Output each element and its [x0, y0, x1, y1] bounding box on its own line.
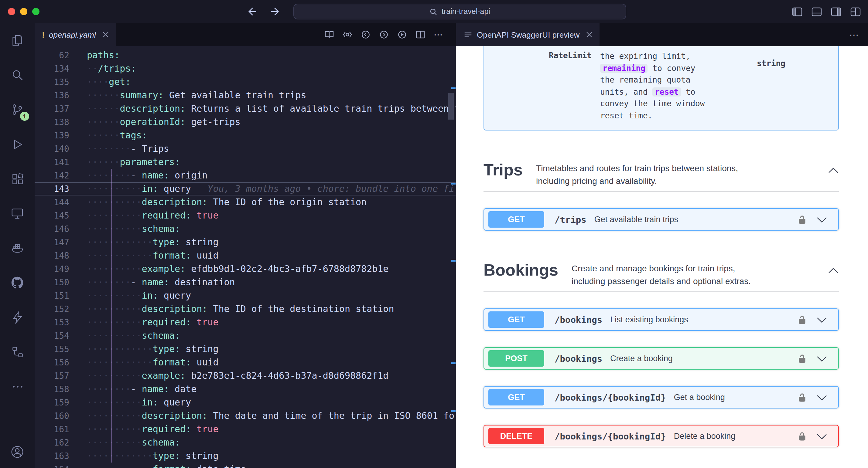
- code-line[interactable]: 135····get:: [35, 75, 456, 89]
- auth-lock-icon[interactable]: [798, 315, 807, 325]
- code-line[interactable]: 152··········description: The ID of the …: [35, 302, 456, 315]
- operation-path: /trips: [555, 214, 586, 224]
- more-actions-icon[interactable]: ⋯: [849, 23, 868, 46]
- expand-chevron-icon[interactable]: [816, 392, 827, 403]
- line-number: 153: [35, 315, 82, 329]
- code-line[interactable]: 137······description: Returns a list of …: [35, 102, 456, 115]
- account-icon[interactable]: [0, 435, 35, 468]
- auth-lock-icon[interactable]: [798, 354, 807, 363]
- zoom-window-icon[interactable]: [32, 8, 39, 15]
- operation-summary: Create a booking: [610, 354, 673, 363]
- close-tab-icon[interactable]: [586, 32, 592, 38]
- code-line[interactable]: 144··········description: The ID of the …: [35, 196, 456, 209]
- code-line[interactable]: 136······summary: Get available train tr…: [35, 89, 456, 102]
- operation-row[interactable]: GET/bookings/{bookingId}Get a booking: [484, 386, 839, 408]
- code-line[interactable]: 158········- name: date: [35, 382, 456, 396]
- code-line[interactable]: 161··········required: true: [35, 423, 456, 436]
- operation-row[interactable]: GET/tripsGet available train trips: [484, 208, 839, 231]
- code-line[interactable]: 160··········description: The date and t…: [35, 409, 456, 423]
- code-line[interactable]: 155············type: string: [35, 342, 456, 356]
- previous-change-icon[interactable]: [361, 30, 371, 39]
- line-number: 161: [35, 423, 82, 436]
- list-icon: [463, 30, 472, 39]
- code-line[interactable]: 151··········in: query: [35, 289, 456, 302]
- code-line[interactable]: 134··/trips:: [35, 62, 456, 75]
- toggle-sidebar-icon[interactable]: [792, 7, 802, 16]
- expand-chevron-icon[interactable]: [816, 431, 827, 442]
- hierarchy-icon[interactable]: [0, 334, 35, 369]
- tag-sections: TripsTimetables and routes for train tri…: [484, 149, 839, 447]
- thunder-client-icon[interactable]: [0, 300, 35, 334]
- tab-swagger-preview[interactable]: OpenAPI SwaggerUI preview: [456, 23, 599, 46]
- code-line[interactable]: 153··········required: true: [35, 315, 456, 329]
- code-line[interactable]: 139······tags:: [35, 129, 456, 142]
- run-debug-icon[interactable]: [0, 127, 35, 162]
- line-number: 137: [35, 102, 82, 115]
- collapse-chevron-icon[interactable]: [828, 161, 839, 176]
- code-line[interactable]: 162··········schema:: [35, 436, 456, 449]
- line-number: 147: [35, 236, 82, 249]
- open-preview-icon[interactable]: [324, 30, 334, 39]
- method-badge: DELETE: [488, 428, 544, 444]
- line-number: 162: [35, 436, 82, 449]
- code-line[interactable]: 138······operationId: get-trips: [35, 115, 456, 129]
- toggle-panel-icon[interactable]: [811, 7, 822, 16]
- code-line[interactable]: 62paths:: [35, 48, 456, 62]
- code-line[interactable]: 140········- Trips: [35, 142, 456, 156]
- code-line[interactable]: 154··········schema:: [35, 329, 456, 342]
- code-line[interactable]: 164············format: date-time: [35, 463, 456, 468]
- operation-row[interactable]: DELETE/bookings/{bookingId}Delete a book…: [484, 425, 839, 447]
- code-line[interactable]: 149··········example: efdbb9d1-02c2-4bc3…: [35, 262, 456, 275]
- tag-header[interactable]: BookingsCreate and manage bookings for t…: [484, 249, 839, 292]
- run-request-icon[interactable]: [397, 30, 407, 39]
- code-line[interactable]: 146··········schema:: [35, 222, 456, 236]
- code-line[interactable]: 150········- name: destination: [35, 275, 456, 289]
- extensions-icon[interactable]: [0, 162, 35, 196]
- expand-chevron-icon[interactable]: [816, 314, 827, 325]
- command-center[interactable]: train-travel-api: [293, 4, 626, 20]
- navigate-forward-icon[interactable]: [270, 7, 279, 16]
- toggle-secondary-sidebar-icon[interactable]: [831, 7, 841, 16]
- auth-lock-icon[interactable]: [798, 431, 807, 441]
- customize-layout-icon[interactable]: [850, 7, 861, 16]
- close-tab-icon[interactable]: [103, 32, 109, 38]
- code-line[interactable]: 143··········in: query You, 3 months ago…: [35, 182, 456, 196]
- operation-row[interactable]: GET/bookingsList existing bookings: [484, 308, 839, 331]
- collapse-chevron-icon[interactable]: [828, 261, 839, 276]
- code-editor[interactable]: 62paths:134··/trips:135····get:136······…: [35, 46, 456, 468]
- auth-lock-icon[interactable]: [798, 214, 807, 224]
- editor-scrollbar[interactable]: [448, 93, 454, 120]
- remote-explorer-icon[interactable]: [0, 196, 35, 231]
- explorer-icon[interactable]: [0, 23, 35, 58]
- split-editor-icon[interactable]: [415, 30, 425, 39]
- github-icon[interactable]: [0, 265, 35, 300]
- close-window-icon[interactable]: [8, 8, 15, 15]
- minimize-window-icon[interactable]: [20, 8, 27, 15]
- more-actions-icon[interactable]: ⋯: [434, 29, 443, 40]
- docker-icon[interactable]: [0, 231, 35, 265]
- next-change-icon[interactable]: [379, 30, 389, 39]
- tag-header[interactable]: TripsTimetables and routes for train tri…: [484, 149, 839, 192]
- more-views-icon[interactable]: [0, 369, 35, 404]
- code-line[interactable]: 145··········required: true: [35, 209, 456, 222]
- expand-chevron-icon[interactable]: [816, 214, 827, 225]
- navigate-back-icon[interactable]: [248, 7, 257, 16]
- code-line[interactable]: 159··········in: query: [35, 396, 456, 409]
- tab-openapi-yaml[interactable]: ! openapi.yaml: [35, 23, 116, 46]
- overview-ruler-mark: [451, 362, 456, 364]
- code-line[interactable]: 156············format: uuid: [35, 356, 456, 369]
- source-control-icon[interactable]: 1: [0, 92, 35, 127]
- openapi-preview-icon[interactable]: [343, 30, 352, 39]
- code-line[interactable]: 148············format: uuid: [35, 249, 456, 262]
- auth-lock-icon[interactable]: [798, 393, 807, 402]
- expand-chevron-icon[interactable]: [816, 353, 827, 364]
- code-line[interactable]: 147············type: string: [35, 236, 456, 249]
- code-line[interactable]: 141······parameters:: [35, 156, 456, 169]
- code-line[interactable]: 142········- name: origin: [35, 169, 456, 182]
- operation-row[interactable]: POST/bookingsCreate a booking: [484, 347, 839, 370]
- code-line[interactable]: 163············type: string: [35, 449, 456, 463]
- code-line[interactable]: 157··········example: b2e783e1-c824-4d63…: [35, 369, 456, 382]
- line-number: 138: [35, 115, 82, 129]
- search-icon[interactable]: [0, 58, 35, 92]
- method-badge: GET: [488, 311, 544, 328]
